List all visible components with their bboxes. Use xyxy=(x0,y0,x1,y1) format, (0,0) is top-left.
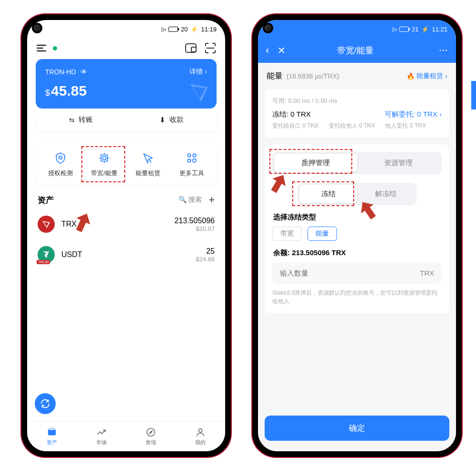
battery-icon xyxy=(169,27,178,32)
scan-icon[interactable] xyxy=(205,43,216,53)
vibrate-icon: ▯◃ xyxy=(161,26,166,32)
svg-rect-1 xyxy=(101,155,108,161)
usdt-coin-icon: ₮ TRC20 xyxy=(38,246,55,263)
nav-discover[interactable]: 发现 xyxy=(126,421,176,451)
nav-label: 发现 xyxy=(146,439,156,446)
tool-label: 更多工具 xyxy=(170,169,214,178)
wallet-icon[interactable] xyxy=(185,43,197,53)
vibrate-icon: ▯◃ xyxy=(392,26,397,32)
tool-label: 带宽/能量 xyxy=(82,169,126,178)
amount-input-wrap: TRX xyxy=(272,262,442,284)
delegate-from: 他人委托 0 TRX xyxy=(385,122,442,130)
svg-rect-7 xyxy=(48,429,56,435)
freeze-info-card: 可用: 0.00 ms / 0.00 ms 冻结: 0 TRX 可解委托: 0 … xyxy=(265,89,449,138)
confirm-button[interactable]: 确定 xyxy=(265,416,449,441)
tool-energy-rent[interactable]: 能量租赁 xyxy=(126,151,170,178)
delegate-other: 委托给他人 0 TRX xyxy=(329,122,386,130)
asset-row[interactable]: ₮ TRC20 USDT 25 $24.88 xyxy=(27,239,225,270)
battery-icon xyxy=(399,27,409,32)
charging-icon: ⚡ xyxy=(421,26,429,33)
transfer-button[interactable]: ⇆ 转账 xyxy=(36,109,126,131)
status-bar: ▯◃ 20 ⚡ 11:19 xyxy=(27,20,225,38)
frozen-amount: 冻结: 0 TRX xyxy=(272,110,311,119)
add-asset-button[interactable]: + xyxy=(208,194,215,206)
nav-label: 我的 xyxy=(195,439,206,446)
tool-auth-check[interactable]: 授权检测 xyxy=(39,151,82,178)
shield-icon xyxy=(39,151,82,165)
balance-label: 余额: 213.505096 TRX xyxy=(273,248,441,258)
nav-me[interactable]: 我的 xyxy=(176,421,225,451)
tab-stake-mgmt[interactable]: 质押管理 xyxy=(274,154,357,172)
svg-rect-6 xyxy=(193,159,196,162)
svg-rect-8 xyxy=(50,428,55,430)
asset-usd: $20.97 xyxy=(174,225,215,232)
svg-point-10 xyxy=(198,428,202,432)
network-status-dot xyxy=(53,46,57,50)
transfer-icon: ⇆ xyxy=(69,116,75,124)
receive-button[interactable]: ⬇ 收款 xyxy=(126,109,217,131)
flame-icon: 🔥 xyxy=(407,72,415,80)
back-button[interactable]: ‹ xyxy=(266,44,269,57)
more-button[interactable]: ··· xyxy=(439,46,448,55)
status-bar: ▯◃ 21 ⚡ 11:21 xyxy=(258,20,456,38)
phone-right: ▯◃ 21 ⚡ 11:21 ‹ ✕ 带宽/能量 ··· 能量 (16.6838 … xyxy=(252,14,462,457)
energy-rent-link[interactable]: 🔥 能量租赁 › xyxy=(407,72,447,80)
pill-energy[interactable]: 能量 xyxy=(307,227,337,241)
nav-label: 资产 xyxy=(47,439,57,446)
bottom-nav: 资产 市场 发现 我的 xyxy=(27,421,225,451)
wallet-name: TRON-HD xyxy=(45,68,76,76)
available-text: 可用: 0.00 ms / 0.00 ms xyxy=(272,97,442,105)
cursor-energy-icon xyxy=(126,151,170,165)
stake-hint: Stake2.0质押后，资源默认到您当前账号，您可以到资源管理委托给他人 xyxy=(272,288,442,306)
rent-label: 能量租赁 xyxy=(416,72,443,80)
tool-bandwidth-energy[interactable]: 带宽/能量 xyxy=(82,151,126,178)
tab-stake-resource: 质押管理 资源管理 xyxy=(272,152,442,174)
nav-label: 市场 xyxy=(96,439,107,446)
menu-icon[interactable] xyxy=(37,45,46,51)
stake-card: 质押管理 资源管理 冻结 解冻结 选择冻结类型 带宽 xyxy=(265,144,449,313)
asset-usd: $24.88 xyxy=(196,256,215,263)
nav-market[interactable]: 市场 xyxy=(77,421,126,451)
status-time: 11:19 xyxy=(201,26,217,33)
amount-input[interactable] xyxy=(280,269,420,277)
energy-label: 能量 xyxy=(267,70,283,81)
tool-label: 授权检测 xyxy=(39,169,82,178)
nav-assets[interactable]: 资产 xyxy=(27,421,77,451)
eye-icon[interactable]: 👁 xyxy=(80,68,87,76)
receive-icon: ⬇ xyxy=(159,116,166,124)
charging-icon: ⚡ xyxy=(190,26,198,33)
balance-amount: 45.85 xyxy=(51,83,87,99)
delegate-self: 委托给自己 0 TRX xyxy=(272,122,329,130)
tab-freeze[interactable]: 冻结 xyxy=(299,185,357,203)
tab-unfreeze[interactable]: 解冻结 xyxy=(357,185,415,203)
fab-exchange[interactable] xyxy=(35,393,56,414)
phone-left: ▯◃ 20 ⚡ 11:19 TRON-HD 👁 xyxy=(21,14,231,457)
delegable-link[interactable]: 可解委托: 0 TRX › xyxy=(385,110,442,119)
page-title: 带宽/能量 xyxy=(271,45,439,56)
punch-hole-camera xyxy=(32,23,42,33)
asset-symbol: USDT xyxy=(61,250,82,259)
page-edge-accent xyxy=(471,81,476,109)
trx-coin-icon xyxy=(38,216,55,233)
asset-amount: 213.505096 xyxy=(174,217,215,225)
transfer-label: 转账 xyxy=(79,115,93,124)
pill-bandwidth[interactable]: 带宽 xyxy=(272,227,302,241)
tools-grid: 授权检测 带宽/能量 能量租赁 更多工具 xyxy=(36,143,217,184)
chip-icon xyxy=(82,151,126,165)
asset-row[interactable]: TRX 213.505096 $20.97 xyxy=(27,209,225,239)
details-link[interactable]: 详情 xyxy=(189,68,203,75)
svg-point-5 xyxy=(188,159,191,162)
balance-card[interactable]: TRON-HD 👁 详情 › $45.85 xyxy=(36,59,217,109)
tab-resource-mgmt[interactable]: 资源管理 xyxy=(357,154,440,172)
tool-more[interactable]: 更多工具 xyxy=(170,151,214,178)
battery-percent: 21 xyxy=(412,26,418,33)
grid-icon xyxy=(170,151,214,165)
svg-point-4 xyxy=(193,154,196,157)
tab-freeze-unfreeze: 冻结 解冻结 xyxy=(298,183,416,205)
search-label: 搜索 xyxy=(188,196,202,203)
page-header: ‹ ✕ 带宽/能量 ··· xyxy=(258,38,456,63)
search-button[interactable]: 🔍 搜索 xyxy=(178,196,202,204)
tron-watermark-icon xyxy=(188,82,210,104)
status-time: 11:21 xyxy=(432,26,447,33)
amount-unit: TRX xyxy=(420,269,434,277)
